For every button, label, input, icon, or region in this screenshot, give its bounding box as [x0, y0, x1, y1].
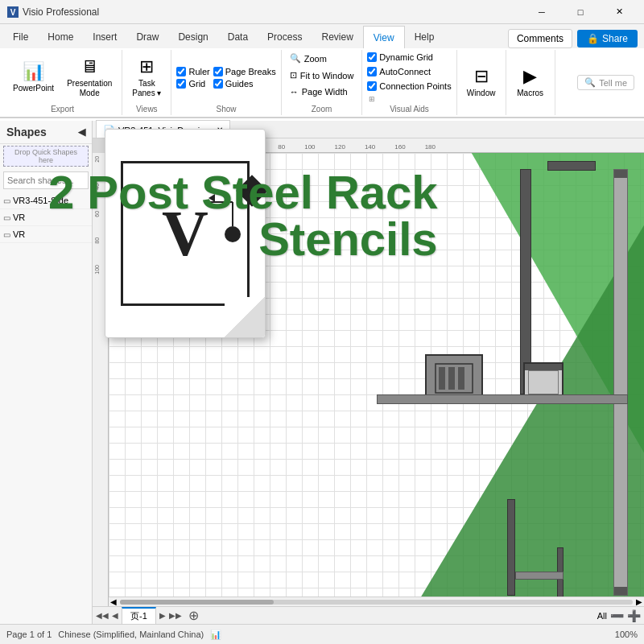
status-bar-right: 100%: [615, 630, 638, 639]
tab-nav-last[interactable]: ▶▶: [169, 611, 182, 620]
shape-label-vr1: VR: [13, 213, 25, 222]
window-controls[interactable]: ─ □ ✕: [523, 0, 638, 24]
ruler-mark: 160: [385, 143, 415, 151]
ribbon-group-show: Ruler Grid Page Breaks Guides: [171, 50, 281, 115]
ruler-label: Ruler: [188, 67, 209, 76]
tab-review[interactable]: Review: [312, 26, 362, 48]
ruler-checkbox-row: Ruler: [176, 66, 209, 77]
zoom-in-button[interactable]: ➕: [627, 609, 641, 622]
tab-process[interactable]: Process: [258, 26, 312, 48]
scrollbar-thumb[interactable]: [120, 600, 274, 605]
minimize-button[interactable]: ─: [523, 0, 560, 24]
page-tab-strip: ◀◀ ◀ 页-1 ▶ ▶▶ ⊕ All ➖ ➕: [93, 606, 644, 624]
shape-label-vr2: VR: [13, 229, 25, 239]
dynamic-grid-checkbox-row: Dynamic Grid: [367, 52, 433, 63]
scroll-right-button[interactable]: ▶: [634, 597, 644, 606]
svg-point-8: [225, 226, 241, 242]
all-pages-label: All: [597, 611, 607, 621]
show-group-content: Ruler Grid Page Breaks Guides: [176, 52, 275, 103]
window-button[interactable]: ⊟ Window: [462, 58, 501, 106]
ribbon-group-window: ⊟ Window: [457, 50, 506, 115]
scrollbar-horizontal[interactable]: ◀ ▶: [109, 597, 644, 606]
zoom-group-label: Zoom: [312, 105, 332, 114]
ribbon-group-zoom: 🔍 Zoom ⊡ Fit to Window ↔ Page Width Zoom: [282, 50, 363, 115]
ruler-v-mark: 100: [94, 265, 100, 275]
ruler-mark: 120: [325, 143, 355, 151]
tell-me-label: Tell me: [599, 78, 627, 88]
shape-item-vr3-side[interactable]: ▭ VR3-451-Side: [0, 192, 92, 209]
page-width-button[interactable]: ↔ Page Width: [287, 85, 351, 98]
zoom-group-content: 🔍 Zoom ⊡ Fit to Window ↔ Page Width: [287, 52, 357, 103]
maximize-button[interactable]: □: [562, 0, 599, 24]
tab-nav-first[interactable]: ◀◀: [96, 611, 109, 620]
shape-icon-vr3: ▭: [3, 196, 10, 205]
spreadsheet-icon: 📊: [210, 630, 221, 640]
rack-shelf: [377, 394, 629, 404]
task-panes-button[interactable]: ⊞ TaskPanes ▾: [127, 53, 166, 101]
grid-label: Grid: [188, 79, 205, 89]
page-info: Page 1 of 1: [6, 630, 52, 639]
close-button[interactable]: ✕: [601, 0, 638, 24]
scroll-left-button[interactable]: ◀: [109, 597, 118, 606]
ribbon-tab-bar: File Home Insert Draw Design Data Proces…: [0, 24, 644, 48]
fit-to-window-label: Fit to Window: [300, 71, 354, 80]
zoom-out-button[interactable]: ➖: [610, 609, 624, 622]
tab-data[interactable]: Data: [218, 26, 258, 48]
tab-help[interactable]: Help: [405, 26, 444, 48]
window-icon: ⊟: [474, 66, 489, 87]
add-page-button[interactable]: ⊕: [185, 608, 202, 623]
tab-design[interactable]: Design: [168, 26, 217, 48]
ruler-v-mark: 40: [94, 184, 100, 190]
tab-home[interactable]: Home: [38, 26, 83, 48]
rack-bar-top: [547, 161, 596, 171]
export-group-label: Export: [51, 105, 74, 114]
connection-points-checkbox[interactable]: [367, 81, 377, 91]
language-info: Chinese (Simplified, Mainland China): [58, 630, 204, 639]
ribbon-content: 📊 PowerPoint 🖥 PresentationMode Export ⊞…: [0, 48, 644, 118]
export-group-content: 📊 PowerPoint 🖥 PresentationMode: [8, 52, 117, 103]
guides-checkbox[interactable]: [213, 79, 223, 89]
tab-nav-next[interactable]: ▶: [159, 611, 166, 620]
ruler-mark: 140: [355, 143, 385, 151]
share-button[interactable]: 🔒 Share: [577, 30, 638, 47]
comments-button[interactable]: Comments: [508, 29, 572, 48]
visual-aids-group-label: Visual Aids: [390, 105, 429, 114]
zoom-area: All ➖ ➕: [597, 609, 641, 622]
page-tab-1[interactable]: 页-1: [122, 607, 156, 624]
rack-base-bar: [515, 572, 564, 580]
tab-view[interactable]: View: [363, 26, 405, 48]
macros-button[interactable]: ▶ Macros: [511, 58, 550, 106]
autoconnect-checkbox-row: AutoConnect: [367, 66, 431, 77]
shape-item-vr-2[interactable]: ▭ VR: [0, 226, 92, 243]
shape-item-vr-1[interactable]: ▭ VR: [0, 209, 92, 226]
shapes-collapse-icon[interactable]: ◀: [78, 126, 85, 138]
connection-points-label: Connection Points: [379, 81, 451, 91]
fit-to-window-button[interactable]: ⊡ Fit to Window: [287, 68, 357, 82]
tab-nav-prev[interactable]: ◀: [112, 611, 118, 620]
page-breaks-checkbox[interactable]: [213, 67, 223, 76]
ribbon: File Home Insert Draw Design Data Proces…: [0, 24, 644, 118]
tab-insert[interactable]: Insert: [83, 26, 126, 48]
shapes-search-input[interactable]: [3, 171, 89, 189]
presentation-mode-button[interactable]: 🖥 PresentationMode: [62, 53, 117, 101]
connection-points-checkbox-row: Connection Points: [367, 80, 451, 92]
ruler-checkbox[interactable]: [176, 67, 186, 76]
page-breaks-checkbox-row: Page Breaks: [213, 66, 276, 77]
grid-checkbox[interactable]: [176, 79, 186, 89]
autoconnect-checkbox[interactable]: [367, 67, 377, 76]
ribbon-group-macros: ▶ Macros: [506, 50, 555, 115]
tab-draw[interactable]: Draw: [126, 26, 168, 48]
ruler-mark: 80: [268, 143, 295, 151]
status-bar: Page 1 of 1 Chinese (Simplified, Mainlan…: [0, 624, 644, 644]
tab-file[interactable]: File: [3, 26, 38, 48]
tell-me-button[interactable]: 🔍 Tell me: [577, 75, 634, 90]
zoom-label: Zoom: [304, 54, 327, 64]
page-width-label: Page Width: [302, 87, 348, 97]
ribbon-group-views: ⊞ TaskPanes ▾ Views: [122, 50, 171, 115]
shapes-panel-header: Shapes ◀: [0, 121, 92, 144]
views-group-label: Views: [136, 105, 158, 114]
powerpoint-button[interactable]: 📊 PowerPoint: [8, 53, 59, 101]
zoom-button[interactable]: 🔍 Zoom: [287, 52, 330, 65]
task-panes-icon: ⊞: [139, 56, 154, 77]
dynamic-grid-checkbox[interactable]: [367, 52, 377, 62]
